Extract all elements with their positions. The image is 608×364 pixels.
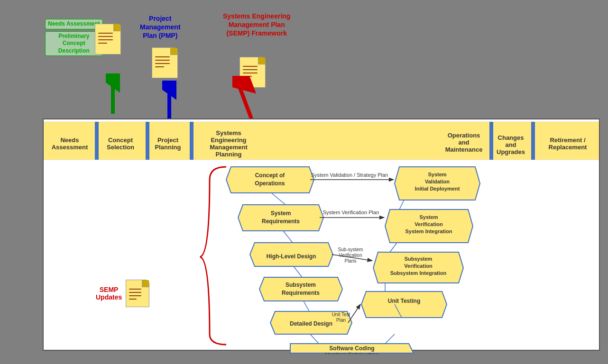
main-diagram: Needs Assessment Concept Selection Proje…: [43, 118, 600, 351]
doc-paper-semp-updates: [126, 280, 149, 307]
phase-header: Needs Assessment Concept Selection Proje…: [44, 119, 599, 162]
blue-arrow: [162, 81, 176, 123]
svg-text:Requirements: Requirements: [282, 290, 320, 296]
svg-text:Subsystem: Subsystem: [405, 256, 433, 262]
svg-text:and: and: [505, 141, 516, 148]
svg-text:Unit Test: Unit Test: [332, 312, 350, 317]
svg-line-5: [237, 81, 251, 118]
svg-text:Project: Project: [157, 136, 179, 144]
svg-text:System Verification Plan: System Verification Plan: [323, 209, 379, 215]
needs-assessment-label: Needs Assessment PreliminaryConceptDescr…: [45, 19, 103, 56]
red-arrow-semp: [232, 76, 261, 123]
svg-text:Hardare Fabrication: Hardare Fabrication: [325, 352, 378, 354]
document-area: Needs Assessment PreliminaryConceptDescr…: [0, 0, 608, 118]
svg-text:Validation: Validation: [425, 179, 450, 184]
svg-text:Planning: Planning: [216, 151, 242, 158]
svg-text:System Validation / Strategy P: System Validation / Strategy Plan: [311, 172, 388, 178]
svg-text:Verification: Verification: [415, 221, 443, 227]
svg-text:Changes: Changes: [498, 134, 524, 141]
svg-text:Management: Management: [210, 144, 248, 151]
svg-text:System: System: [419, 214, 438, 220]
svg-text:Detailed Design: Detailed Design: [290, 320, 332, 327]
svg-text:Software Coding: Software Coding: [329, 345, 374, 352]
svg-text:Subsystem: Subsystem: [286, 282, 316, 288]
svg-rect-27: [531, 122, 535, 160]
svg-text:Operations: Operations: [448, 132, 480, 139]
svg-text:System: System: [271, 210, 291, 217]
svg-text:System Integration: System Integration: [405, 228, 452, 234]
svg-rect-12: [146, 122, 149, 160]
svg-text:Systems: Systems: [216, 129, 241, 136]
svg-text:Subsystem Integration: Subsystem Integration: [390, 270, 447, 276]
svg-text:Initial Deployment: Initial Deployment: [415, 186, 460, 191]
svg-marker-59: [361, 291, 447, 318]
svg-text:Requirements: Requirements: [262, 218, 300, 225]
svg-text:Sub-system: Sub-system: [338, 247, 363, 252]
svg-text:Verification: Verification: [404, 263, 433, 269]
doc-paper-pmp: [152, 47, 178, 78]
doc-icon-needs: [95, 24, 121, 55]
svg-text:Needs: Needs: [60, 136, 79, 144]
svg-text:and: and: [458, 139, 469, 146]
svg-text:Unit Testing: Unit Testing: [388, 298, 420, 304]
svg-rect-15: [190, 122, 193, 160]
svg-text:Concept of: Concept of: [255, 172, 286, 179]
svg-text:Engineering: Engineering: [211, 136, 246, 144]
svg-rect-9: [95, 122, 99, 160]
svg-text:Planning: Planning: [155, 144, 181, 151]
green-arrow: [106, 73, 120, 116]
doc-paper-needs: [95, 24, 121, 55]
v-model-svg: Concept of Operations System Requirement…: [44, 160, 601, 354]
doc-icon-pmp: [152, 47, 178, 78]
semp-updates-label: SEMPUpdates: [96, 286, 122, 301]
svg-text:Maintenance: Maintenance: [445, 146, 483, 153]
svg-text:System: System: [428, 172, 446, 177]
svg-text:Retirement /: Retirement /: [550, 136, 586, 144]
svg-text:Operations: Operations: [255, 180, 285, 187]
pmp-label: ProjectManagementPlan (PMP): [140, 14, 181, 40]
svg-text:Plans: Plans: [344, 258, 356, 264]
semp-framework-label: Systems EngineeringManagement Plan(SEMP)…: [223, 12, 290, 38]
semp-updates-area: SEMPUpdates: [96, 280, 149, 307]
svg-marker-38: [259, 277, 342, 301]
svg-text:Replacement: Replacement: [549, 144, 588, 151]
svg-text:Concept: Concept: [108, 136, 133, 144]
svg-text:Assessment: Assessment: [52, 144, 88, 151]
svg-text:High-Level Design: High-Level Design: [267, 253, 316, 260]
svg-text:Plan: Plan: [336, 318, 346, 323]
svg-text:Selection: Selection: [107, 144, 134, 151]
svg-text:Verification: Verification: [339, 253, 362, 258]
svg-rect-23: [489, 122, 493, 160]
svg-text:Upgrades: Upgrades: [497, 148, 525, 155]
